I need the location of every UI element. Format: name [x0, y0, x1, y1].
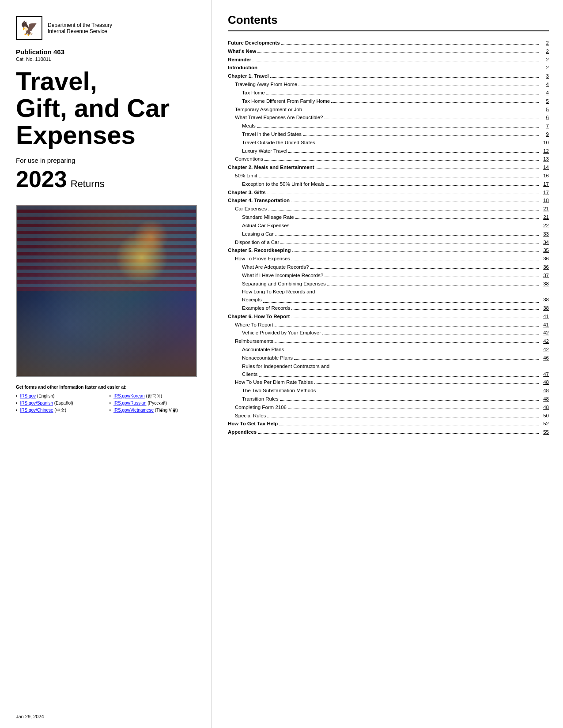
toc-page[interactable]: 38 — [540, 296, 549, 304]
toc-label: Special Rules — [235, 412, 266, 420]
toc-row: Travel in the United States9 — [228, 131, 549, 139]
bullet: • — [110, 400, 111, 407]
toc-dots — [257, 127, 539, 128]
toc-page[interactable]: 47 — [540, 371, 549, 379]
toc-page[interactable]: 5 — [540, 106, 549, 114]
toc-page[interactable]: 37 — [540, 272, 549, 280]
toc-row: What Are Adequate Records?36 — [228, 263, 549, 271]
toc-page[interactable]: 10 — [540, 139, 549, 147]
toc-page[interactable]: 13 — [540, 155, 549, 163]
logo-row: 🦅 Department of the Treasury Internal Re… — [16, 16, 198, 40]
toc-page[interactable]: 7 — [540, 122, 549, 130]
toc-row: Car Expenses21 — [228, 205, 549, 213]
toc-page[interactable]: 12 — [540, 147, 549, 155]
toc-page[interactable]: 48 — [540, 395, 549, 403]
toc-row: Where To Report41 — [228, 321, 549, 329]
toc-page[interactable]: 4 — [540, 81, 549, 89]
toc-page[interactable]: 41 — [540, 313, 549, 321]
link-label: IRS.gov/Korean (한국어) — [113, 393, 162, 400]
toc-page[interactable]: 5 — [540, 98, 549, 105]
toc-row: Disposition of a Car34 — [228, 239, 549, 247]
toc-page[interactable]: 17 — [540, 180, 549, 188]
link-irs-korean[interactable]: • IRS.gov/Korean (한국어) — [110, 393, 199, 400]
link-label: IRS.gov/Chinese (中文) — [20, 407, 67, 414]
toc-dots — [291, 260, 539, 260]
toc-label: Accountable Plans — [242, 346, 284, 354]
link-anchor[interactable]: IRS.gov/Korean — [113, 394, 145, 398]
toc-page[interactable]: 41 — [540, 321, 549, 329]
bullet: • — [16, 400, 18, 407]
link-anchor[interactable]: IRS.gov — [20, 394, 36, 398]
toc-row: Tax Home4 — [228, 89, 549, 97]
toc-page[interactable]: 9 — [540, 131, 549, 139]
toc-label: Tax Home — [242, 89, 265, 97]
toc-label: Transition Rules — [242, 395, 279, 403]
toc-label: What Travel Expenses Are Deductible? — [235, 114, 323, 122]
toc-row: What's New2 — [228, 48, 549, 56]
toc-row: Chapter 3. Gifts17 — [228, 189, 549, 197]
toc-page[interactable]: 18 — [540, 197, 549, 205]
toc-dots — [324, 119, 539, 119]
toc-row: How Long To Keep Records andReceipts38 — [228, 288, 549, 304]
link-irs-vietnamese[interactable]: • IRS.gov/Vietnamese (Tiếng Việt) — [110, 407, 199, 414]
toc-page[interactable]: 36 — [540, 255, 549, 263]
toc-row: Tax Home Different From Family Home5 — [228, 98, 549, 105]
toc-label: Travel Outside the United States — [242, 139, 315, 147]
link-anchor[interactable]: IRS.gov/Vietnamese — [113, 408, 154, 413]
toc-page[interactable]: 55 — [540, 428, 549, 436]
toc-page[interactable]: 48 — [540, 387, 549, 395]
toc-page[interactable]: 16 — [540, 172, 549, 180]
toc-page[interactable]: 2 — [540, 48, 549, 56]
toc-page[interactable]: 21 — [540, 214, 549, 221]
toc-page[interactable]: 34 — [540, 239, 549, 247]
toc-page[interactable]: 42 — [540, 346, 549, 354]
toc-page[interactable]: 42 — [540, 329, 549, 337]
toc-page[interactable]: 17 — [540, 189, 549, 197]
toc-label-line1: Rules for Independent Contractors and — [242, 363, 549, 371]
toc-page[interactable]: 35 — [540, 247, 549, 255]
toc-page[interactable]: 2 — [540, 64, 549, 72]
toc-dots — [281, 44, 539, 45]
toc-page[interactable]: 52 — [540, 420, 549, 428]
toc-page[interactable]: 6 — [540, 114, 549, 122]
toc-page[interactable]: 38 — [540, 280, 549, 288]
toc-page[interactable]: 2 — [540, 56, 549, 64]
link-anchor[interactable]: IRS.gov/Chinese — [20, 408, 53, 413]
link-irs-spanish[interactable]: • IRS.gov/Spanish (Español) — [16, 400, 105, 407]
toc-page[interactable]: 22 — [540, 222, 549, 230]
toc-page[interactable]: 42 — [540, 338, 549, 345]
toc-dots — [280, 244, 539, 244]
toc-page[interactable]: 36 — [540, 263, 549, 271]
for-use-text: For use in preparing — [16, 157, 198, 164]
irs-logo-box: 🦅 — [16, 16, 42, 40]
toc-page[interactable]: 38 — [540, 304, 549, 312]
link-anchor[interactable]: IRS.gov/Spanish — [20, 401, 53, 405]
toc-page[interactable]: 2 — [540, 39, 549, 47]
link-irs-gov[interactable]: • IRS.gov (English) — [16, 393, 105, 400]
contents-title: Contents — [228, 13, 549, 31]
link-irs-chinese[interactable]: • IRS.gov/Chinese (中文) — [16, 407, 105, 414]
toc-page[interactable]: 48 — [540, 404, 549, 412]
toc-page[interactable]: 50 — [540, 412, 549, 420]
toc-page[interactable]: 14 — [540, 164, 549, 172]
toc-page[interactable]: 3 — [540, 72, 549, 80]
toc-page[interactable]: 4 — [540, 89, 549, 97]
link-anchor[interactable]: IRS.gov/Russian — [113, 401, 146, 405]
image-overlay — [17, 206, 196, 376]
title-line2: Gift, and Car — [16, 94, 170, 122]
toc-dots — [257, 53, 539, 53]
toc-page[interactable]: 33 — [540, 230, 549, 238]
toc-label: What's New — [228, 48, 256, 56]
title-line1: Travel, — [16, 67, 97, 95]
toc-dots — [259, 177, 539, 177]
link-label: IRS.gov/Vietnamese (Tiếng Việt) — [113, 407, 178, 414]
toc-row: Actual Car Expenses22 — [228, 222, 549, 230]
toc-label: Separating and Combining Expenses — [242, 280, 326, 288]
bullet: • — [110, 407, 111, 414]
toc-label: Chapter 2. Meals and Entertainment — [228, 164, 314, 172]
toc-row: Conventions13 — [228, 155, 549, 163]
toc-page[interactable]: 48 — [540, 379, 549, 387]
link-irs-russian[interactable]: • IRS.gov/Russian (Русский) — [110, 400, 199, 407]
toc-page[interactable]: 21 — [540, 205, 549, 213]
toc-page[interactable]: 46 — [540, 354, 549, 362]
